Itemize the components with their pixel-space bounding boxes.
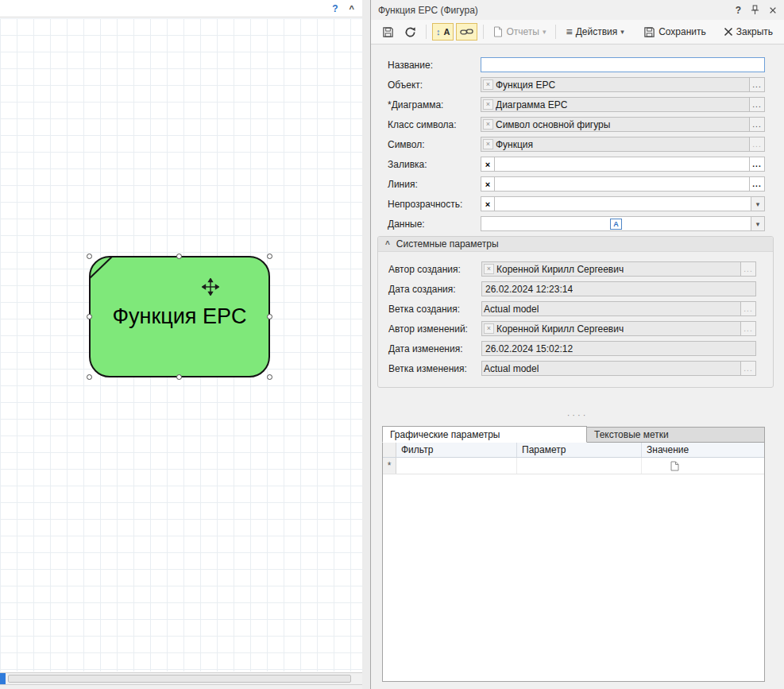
save-icon-button[interactable] [378,23,398,41]
column-header-value[interactable]: Значение [642,443,764,457]
clear-icon[interactable]: × [484,323,494,334]
clear-icon[interactable]: × [483,139,493,149]
new-row-marker: * [383,458,396,474]
fill-field[interactable] [494,157,750,172]
branch-modified-browse-button[interactable]: ... [741,361,756,376]
date-modified-field: 26.02.2024 15:02:12 [481,341,756,356]
object-lookup[interactable]: × Функция EPC [481,77,750,92]
scrollbar-thumb[interactable] [8,675,351,683]
opacity-clear-button[interactable]: × [481,196,494,211]
branch-modified-value: Actual model [484,363,539,374]
field-row-date-modified: Дата изменения: 26.02.2024 15:02:12 [388,341,756,356]
new-row[interactable]: * [383,458,764,474]
clear-icon[interactable]: × [483,99,493,110]
diagram-browse-button[interactable]: ... [750,97,765,112]
tab-text-labels[interactable]: Текстовые метки [587,427,765,443]
data-field[interactable]: A [481,216,751,231]
help-icon[interactable]: ? [332,3,338,14]
chevron-down-icon: ▾ [543,28,546,36]
cell-parameter[interactable] [517,458,642,474]
author-created-browse-button[interactable]: ... [741,261,756,277]
refresh-button[interactable] [400,23,420,41]
branch-modified-label: Ветка изменения: [388,363,481,374]
branch-modified-lookup[interactable]: Actual model [481,361,741,376]
symbol-browse-button[interactable]: ... [750,137,765,152]
line-browse-button[interactable]: ... [750,176,765,192]
selection-handle[interactable] [87,254,92,259]
field-row-diagram: *Диаграмма: × Диаграмма EPC ... [388,97,765,112]
opacity-dropdown-button[interactable]: ▾ [751,196,765,211]
author-modified-lookup[interactable]: × Коренной Кирилл Сергеевич [481,321,741,336]
name-label: Название: [388,60,481,71]
diagram-label: *Диаграмма: [388,99,481,110]
data-dropdown-button[interactable]: ▾ [751,216,765,231]
horizontal-splitter[interactable]: ···· [371,410,784,420]
bottom-tabs: Графические параметры Текстовые метки [382,426,765,443]
selection-handle[interactable] [267,314,272,319]
diagram-canvas[interactable]: Функция EPC [0,18,362,672]
symbol-class-lookup[interactable]: × Символ основной фигуры [481,117,750,132]
author-modified-browse-button[interactable]: ... [741,321,756,336]
canvas-topbar: ? ^ [0,0,362,17]
selection-handle[interactable] [176,254,182,259]
help-icon[interactable]: ? [736,5,741,16]
field-row-symbol-class: Класс символа: × Символ основной фигуры … [388,117,765,132]
field-row-name: Название: [388,57,765,72]
actions-label: Действия [576,26,618,37]
selection-handle[interactable] [176,374,182,380]
reports-button[interactable]: Отчеты ▾ [489,23,550,41]
system-parameters-title: Системные параметры [396,238,499,250]
horizontal-scrollbar[interactable] [0,672,362,685]
symbol-class-browse-button[interactable]: ... [750,117,765,132]
report-icon [493,26,503,37]
name-input[interactable] [481,57,765,72]
line-clear-button[interactable]: × [481,176,494,192]
object-browse-button[interactable]: ... [750,77,765,92]
symbol-value: Функция [496,139,533,150]
column-header-filter[interactable]: Фильтр [396,443,517,457]
properties-form: Название: Объект: × Функция EPC ... *Диа… [371,45,784,236]
vertical-splitter[interactable] [362,0,370,689]
selection-handle[interactable] [267,374,272,380]
diagram-lookup[interactable]: × Диаграмма EPC [481,97,750,112]
date-created-value: 26.02.2024 12:23:14 [485,284,573,295]
link-icon [460,26,473,37]
author-modified-label: Автор изменений: [388,323,481,335]
tab-graphic-parameters[interactable]: Графические параметры [382,426,587,443]
link-toggle-button[interactable] [456,23,477,41]
branch-created-browse-button[interactable]: ... [741,301,756,316]
floppy-icon [643,26,655,38]
sort-toggle-button[interactable]: ↕A [432,23,454,41]
diagram-pane: ? ^ Функция EPC [0,0,362,689]
panel-header: Функция EPC (Фигура) ? [371,0,784,20]
new-document-icon [670,461,679,471]
collapse-icon[interactable]: ^ [350,4,354,14]
system-parameters-header[interactable]: ^ Системные параметры [378,237,773,252]
save-button[interactable]: Сохранить [639,23,710,41]
selection-handle[interactable] [87,374,92,380]
branch-created-lookup[interactable]: Actual model [481,301,741,316]
opacity-field[interactable] [494,196,751,211]
clear-icon[interactable]: × [483,119,493,130]
fill-clear-button[interactable]: × [481,157,494,172]
actions-button[interactable]: ≡ Действия ▾ [562,23,628,41]
close-button[interactable]: Закрыть [720,23,777,41]
fill-browse-button[interactable]: ... [750,157,765,172]
data-a-icon[interactable]: A [610,219,622,230]
pin-icon[interactable] [751,5,759,15]
symbol-lookup[interactable]: × Функция [481,137,750,152]
floppy-icon [382,26,394,38]
line-field[interactable] [494,176,750,192]
clear-icon[interactable]: × [483,79,493,90]
selection-handle[interactable] [87,314,92,319]
close-icon[interactable] [769,6,777,14]
author-created-lookup[interactable]: × Коренной Кирилл Сергеевич [481,261,741,277]
symbol-label: Символ: [388,139,481,150]
column-header-parameter[interactable]: Параметр [517,443,642,457]
system-parameters-group: ^ Системные параметры Автор создания: × … [377,236,774,388]
selection-handle[interactable] [267,254,272,259]
epc-function-shape[interactable]: Функция EPC [89,256,270,377]
cell-value[interactable] [642,458,764,474]
cell-filter[interactable] [396,458,517,474]
clear-icon[interactable]: × [484,264,494,274]
